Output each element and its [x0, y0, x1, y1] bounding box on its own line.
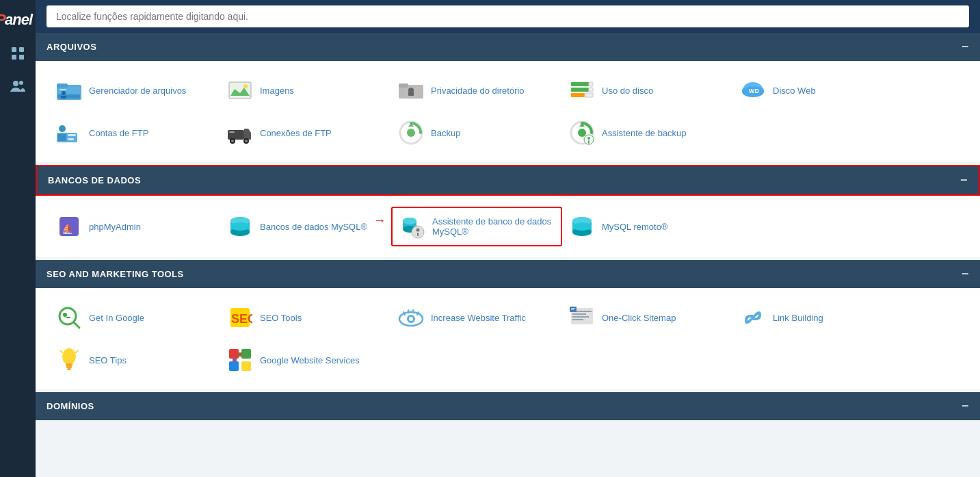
item-label-conexoes-ftp: Conexões de FTP: [260, 128, 332, 138]
section-header-seo: SEO AND MARKETING TOOLS −: [36, 260, 980, 288]
svg-rect-25: [589, 82, 593, 86]
sitemap-icon: [569, 305, 595, 331]
svg-point-65: [416, 229, 420, 232]
item-label-seo-tools: SEO Tools: [260, 313, 302, 323]
item-get-in-google[interactable]: Get In Google: [49, 299, 220, 336]
item-assistente-mysql[interactable]: → Assistente de banco de dados MySQL®: [391, 207, 562, 246]
svg-rect-36: [68, 134, 76, 136]
google-search-icon: [56, 305, 82, 331]
svg-point-7: [13, 81, 18, 86]
eye-traffic-icon: [398, 305, 424, 331]
search-input[interactable]: [47, 5, 969, 27]
svg-point-71: [572, 222, 592, 231]
svg-rect-109: [233, 357, 237, 363]
svg-rect-6: [19, 55, 24, 60]
svg-text:anel: anel: [5, 11, 34, 28]
svg-rect-93: [571, 309, 574, 310]
item-label-mysql-remoto: MySQL remoto®: [602, 222, 668, 232]
sidebar-grid-icon[interactable]: [0, 37, 36, 70]
item-imagens[interactable]: Imagens: [220, 72, 391, 109]
svg-rect-104: [229, 361, 239, 371]
svg-point-42: [231, 140, 234, 142]
item-label-assistente-backup: Assistente de backup: [602, 128, 687, 138]
svg-point-34: [59, 125, 66, 132]
topbar: [36, 0, 980, 33]
svg-line-100: [60, 350, 62, 352]
item-label-uso-disco: Uso do disco: [602, 86, 653, 96]
cloud-blue-icon: WD: [740, 77, 766, 103]
section-dominios: DOMÍNIOS −: [36, 392, 980, 420]
svg-rect-15: [229, 82, 251, 99]
section-content-arquivos: Gerenciador de arquivos Imagens: [36, 61, 980, 162]
svg-point-44: [245, 140, 248, 142]
item-label-google-website-services: Google Website Services: [260, 355, 360, 365]
svg-point-63: [403, 218, 416, 224]
disk-usage-icon: [569, 77, 595, 103]
collapse-arquivos-icon[interactable]: −: [962, 40, 969, 54]
collapse-seo-icon[interactable]: −: [962, 267, 969, 281]
item-label-imagens: Imagens: [260, 86, 294, 96]
svg-rect-12: [59, 89, 66, 90]
item-label-assistente-mysql: Assistente de banco de dados MySQL®: [432, 216, 554, 237]
svg-rect-23: [571, 88, 589, 92]
item-conexoes-ftp[interactable]: Conexões de FTP: [220, 114, 391, 151]
svg-rect-102: [229, 349, 239, 359]
item-contas-ftp[interactable]: Contas de FTP: [49, 114, 220, 151]
item-privacidade-diretorio[interactable]: Privacidade do diretório: [391, 72, 562, 109]
svg-rect-45: [229, 131, 235, 133]
main-content: ARQUIVOS − Gerenciador de arquivos: [36, 0, 980, 477]
section-header-dominios: DOMÍNIOS −: [36, 392, 980, 420]
item-label-contas-ftp: Contas de FTP: [89, 128, 148, 138]
item-seo-tips[interactable]: SEO Tips: [49, 341, 220, 378]
svg-rect-3: [12, 47, 16, 52]
item-seo-tools[interactable]: SEO SEO Tools: [220, 299, 391, 336]
folder-blue-icon: [56, 77, 82, 103]
svg-rect-10: [57, 83, 68, 88]
svg-line-101: [76, 350, 78, 352]
collapse-bancos-icon[interactable]: −: [960, 173, 968, 188]
svg-rect-24: [571, 93, 585, 97]
sidebar-users-icon[interactable]: [0, 70, 36, 103]
link-chain-icon: [740, 305, 766, 331]
item-assistente-backup[interactable]: Assistente de backup: [562, 114, 733, 151]
svg-rect-92: [571, 308, 575, 309]
svg-point-74: [63, 313, 67, 317]
section-bancos-dados: → BANCOS DE DADOS − ⛵ phpMyAdmin: [36, 165, 980, 257]
item-backup[interactable]: Backup: [391, 114, 562, 151]
svg-point-13: [62, 91, 66, 95]
folder-gray-icon: [398, 77, 424, 103]
svg-rect-105: [241, 361, 251, 371]
svg-rect-19: [399, 83, 408, 88]
item-uso-disco[interactable]: Uso do disco: [562, 72, 733, 109]
mysql-remote-icon: [569, 214, 595, 240]
item-phpmyadmin[interactable]: ⛵ phpMyAdmin: [49, 207, 220, 246]
item-link-building[interactable]: Link Building: [733, 299, 904, 336]
item-label-privacidade: Privacidade do diretório: [431, 86, 525, 96]
sidebar: c P anel: [0, 0, 36, 477]
section-arquivos: ARQUIVOS − Gerenciador de arquivos: [36, 33, 980, 162]
svg-point-51: [587, 137, 590, 140]
svg-point-17: [243, 84, 248, 88]
collapse-dominios-icon[interactable]: −: [962, 399, 969, 413]
svg-point-64: [412, 226, 424, 238]
item-disco-web[interactable]: WD Disco Web: [733, 72, 904, 109]
mysql-assistant-icon: [399, 214, 425, 240]
svg-rect-87: [572, 313, 586, 315]
svg-rect-4: [19, 47, 24, 52]
item-one-click-sitemap[interactable]: One-Click Sitemap: [562, 299, 733, 336]
item-label-increase-website-traffic: Increase Website Traffic: [431, 313, 526, 323]
item-google-website-services[interactable]: Google Website Services: [220, 341, 391, 378]
item-bancos-mysql[interactable]: Bancos de dados MySQL®: [220, 207, 391, 246]
svg-point-80: [409, 317, 413, 321]
svg-rect-52: [588, 140, 590, 144]
item-gerenciador-arquivos[interactable]: Gerenciador de arquivos: [49, 72, 220, 109]
item-increase-website-traffic[interactable]: Increase Website Traffic: [391, 299, 562, 336]
svg-rect-96: [66, 363, 72, 366]
svg-line-73: [74, 322, 79, 328]
section-header-arquivos: ARQUIVOS −: [36, 33, 980, 61]
section-seo-marketing: SEO AND MARKETING TOOLS − Get In Google: [36, 260, 980, 389]
ftp-truck-icon: [227, 120, 253, 146]
svg-marker-40: [244, 129, 251, 133]
item-mysql-remoto[interactable]: MySQL remoto®: [562, 207, 733, 246]
lightbulb-icon: [56, 347, 82, 373]
